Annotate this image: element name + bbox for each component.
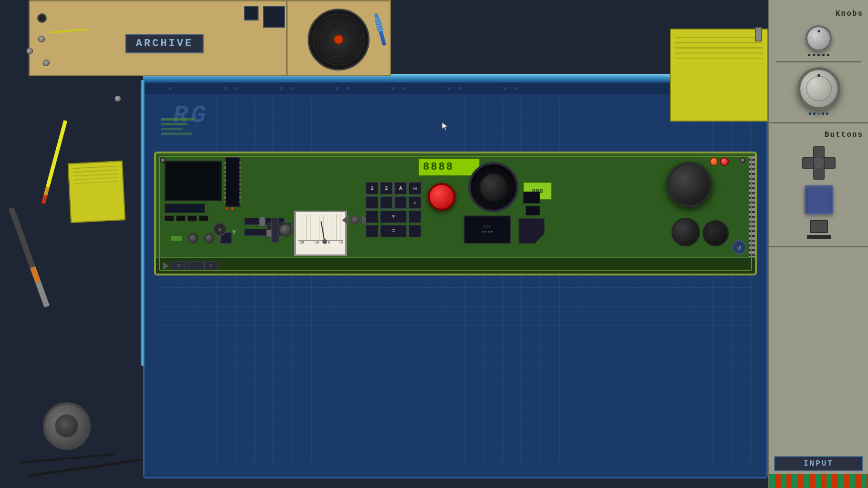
med-knob-right-2[interactable] — [703, 220, 729, 246]
notepad-left — [68, 161, 125, 223]
smd-chip-1 — [523, 192, 540, 203]
med-knob-right-1[interactable] — [672, 218, 700, 246]
knob-dot-5 — [827, 54, 829, 56]
knob-led-5 — [826, 112, 828, 115]
pad-btn-9[interactable] — [366, 211, 378, 223]
board-connector-strip — [749, 156, 755, 271]
small-chips-row — [165, 215, 208, 221]
knob-led-3 — [817, 112, 820, 115]
input-label: INPUT — [774, 456, 863, 471]
main-display-chip — [165, 161, 222, 201]
pad-down[interactable]: ▼ — [380, 211, 407, 223]
pad-btn-12[interactable] — [366, 225, 378, 237]
sidebar-divider-1 — [776, 61, 861, 62]
pad-2[interactable]: 2 — [380, 182, 393, 194]
circuit-board[interactable]: ✕ Y -20-100+3 — [154, 152, 757, 275]
cable-strip-bottom — [769, 474, 868, 488]
screw-hole-tr — [740, 157, 745, 163]
play-btn-bottom[interactable] — [163, 262, 169, 270]
seg-display-value: 8888 — [419, 159, 479, 175]
archive-panel: ARCHIVE — [29, 0, 300, 76]
pad-btn-5[interactable] — [366, 196, 378, 209]
screw-4 — [114, 95, 121, 102]
knob-dot-4 — [822, 54, 825, 56]
x-button[interactable]: ✕ — [213, 223, 227, 236]
knob-dot-2 — [813, 54, 815, 56]
corner-chip — [518, 218, 545, 244]
pad-btn-11[interactable] — [409, 211, 421, 223]
pad-equals[interactable]: = — [380, 225, 407, 237]
vert-ic-chip — [225, 157, 240, 207]
light-red[interactable] — [720, 157, 729, 166]
disc-player — [286, 0, 391, 76]
vu-meter: -20-100+3 — [294, 211, 347, 256]
knob-left-1[interactable] — [188, 233, 198, 244]
disc — [308, 9, 370, 71]
disc-center — [334, 35, 343, 44]
seg-display: 8888 — [418, 158, 480, 176]
knobs-label: Knobs — [774, 10, 863, 18]
rotate-knob-small[interactable] — [279, 224, 292, 237]
sidebar-square-button[interactable] — [805, 185, 833, 214]
small-ic-left — [165, 203, 205, 213]
eq-btn-bottom[interactable]: = — [204, 262, 217, 270]
knob-led-1 — [809, 112, 811, 115]
sidebar-connector-bar — [807, 235, 831, 239]
buttons-label: Buttons — [774, 131, 863, 139]
screw-2 — [26, 48, 33, 54]
large-knob-right[interactable] — [667, 162, 712, 207]
center-btn[interactable] — [351, 215, 360, 225]
big-red-button[interactable] — [428, 183, 455, 211]
knob-left-2[interactable] — [204, 233, 215, 244]
light-orange[interactable] — [710, 157, 718, 166]
numpad-area: 1 2 A ⊞ ✕ ▼ = — [366, 182, 421, 237]
rg-graph-marks — [161, 118, 195, 135]
play-controls — [342, 215, 369, 225]
sidebar-knobs-section: Knobs — [769, 0, 868, 123]
pad-btn-7[interactable] — [394, 196, 407, 209]
grid-btn-bottom[interactable]: ⊞ — [172, 262, 185, 270]
archive-chip-2 — [244, 6, 258, 20]
screw-1 — [38, 36, 45, 42]
knob-dot-3 — [817, 54, 820, 56]
archive-chip — [263, 6, 285, 28]
knob-led-2 — [813, 112, 816, 115]
gear-wheel-inner — [55, 414, 79, 438]
cutting-mat: RG 5 10 15 20 25 30 35 — [143, 81, 768, 478]
indicator-lights — [710, 157, 729, 166]
sidebar-knob-top[interactable] — [806, 25, 832, 51]
sidebar-buttons-section: Buttons — [769, 123, 868, 247]
notepad-clip — [755, 27, 762, 41]
screw-3 — [43, 60, 50, 66]
board-bottom-bar: ⊞ = — [156, 257, 755, 274]
knob-led-4 — [822, 112, 824, 115]
pipe-left-vertical — [141, 80, 145, 366]
pad-cross[interactable]: ✕ — [409, 196, 421, 209]
usb-connector[interactable]: ↺ — [732, 240, 746, 254]
pad-a[interactable]: A — [394, 182, 407, 194]
sidebar-connector — [810, 220, 828, 233]
pad-btn-14[interactable] — [409, 225, 421, 237]
btn-bottom-3[interactable] — [188, 262, 201, 270]
pad-grid[interactable]: ⊞ — [409, 182, 421, 194]
led-row — [225, 207, 251, 210]
knob-dot-1 — [808, 54, 810, 56]
y-label: Y — [232, 230, 236, 236]
jack-connector[interactable] — [37, 13, 47, 23]
gear-wheel — [43, 402, 91, 450]
disc-arm — [374, 13, 386, 46]
pad-btn-6[interactable] — [380, 196, 393, 209]
yellow-wire — [49, 29, 87, 34]
pad-1[interactable]: 1 — [366, 182, 378, 194]
smd-chip-2 — [526, 206, 540, 215]
notepad-top-right — [670, 29, 768, 122]
prev-arrow[interactable] — [342, 215, 349, 225]
large-ic-chip: CPU●●●● — [464, 215, 511, 244]
archive-label: ARCHIVE — [125, 34, 204, 53]
right-sidebar: Knobs — [768, 0, 868, 488]
sidebar-knob-large[interactable] — [797, 67, 840, 110]
sidebar-dpad[interactable] — [802, 146, 836, 180]
large-joystick[interactable] — [468, 162, 518, 212]
